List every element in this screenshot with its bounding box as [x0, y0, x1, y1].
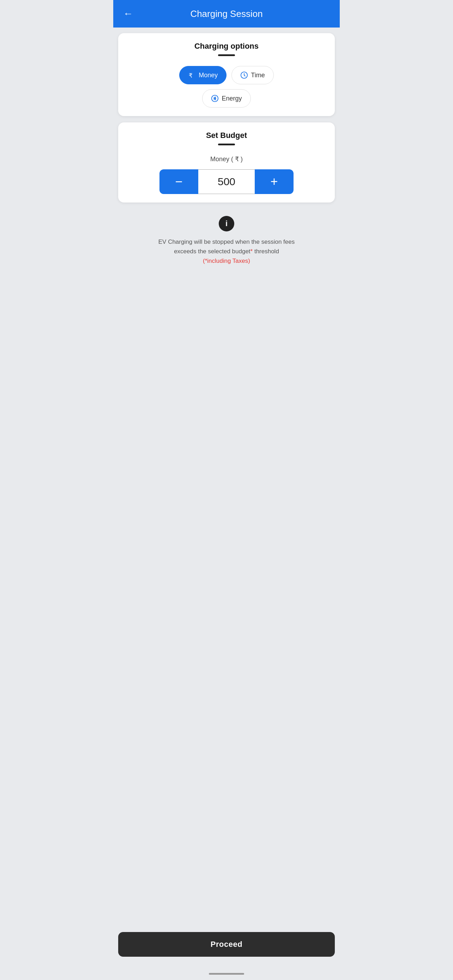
energy-icon	[211, 95, 219, 102]
options-row-1: ₹ Money Time	[125, 66, 328, 84]
decrement-button[interactable]: −	[159, 169, 198, 194]
charging-options-card: Charging options ₹ Money	[118, 33, 335, 116]
increment-button[interactable]: +	[255, 169, 294, 194]
header: ← Charging Session	[113, 0, 340, 27]
budget-card: Set Budget Money ( ₹ ) − 500 +	[118, 123, 335, 202]
info-line3: threshold	[253, 248, 279, 255]
proceed-button[interactable]: Proceed	[118, 932, 335, 957]
charging-options-divider	[218, 54, 235, 56]
options-row-2: Energy	[125, 89, 328, 108]
time-option-label: Time	[251, 72, 265, 79]
budget-controls: − 500 +	[125, 169, 328, 194]
money-option-button[interactable]: ₹ Money	[179, 66, 227, 84]
proceed-section: Proceed	[113, 928, 340, 967]
budget-card-title: Set Budget	[125, 131, 328, 140]
info-text: EV Charging will be stopped when the ses…	[158, 237, 295, 266]
page-title: Charging Session	[190, 8, 262, 19]
bottom-bar	[113, 967, 340, 980]
time-option-button[interactable]: Time	[231, 66, 273, 84]
back-button[interactable]: ←	[120, 7, 136, 20]
info-line1: EV Charging will be stopped when the ses…	[158, 239, 295, 245]
info-line2: exceeds the selected budget	[174, 248, 250, 255]
clock-icon	[240, 71, 248, 79]
main-content: Charging options ₹ Money	[113, 27, 340, 928]
home-indicator	[209, 973, 244, 975]
budget-label: Money ( ₹ )	[125, 155, 328, 163]
budget-value-display: 500	[198, 169, 255, 194]
energy-option-label: Energy	[222, 95, 242, 102]
money-option-label: Money	[199, 72, 218, 79]
svg-text:₹: ₹	[189, 72, 192, 79]
info-icon: i	[219, 216, 234, 231]
info-section: i EV Charging will be stopped when the s…	[118, 209, 335, 273]
budget-card-divider	[218, 143, 235, 145]
info-line4: (*including Taxes)	[203, 258, 250, 264]
rupee-icon: ₹	[188, 71, 196, 79]
charging-options-title: Charging options	[125, 41, 328, 51]
energy-option-button[interactable]: Energy	[202, 89, 251, 108]
